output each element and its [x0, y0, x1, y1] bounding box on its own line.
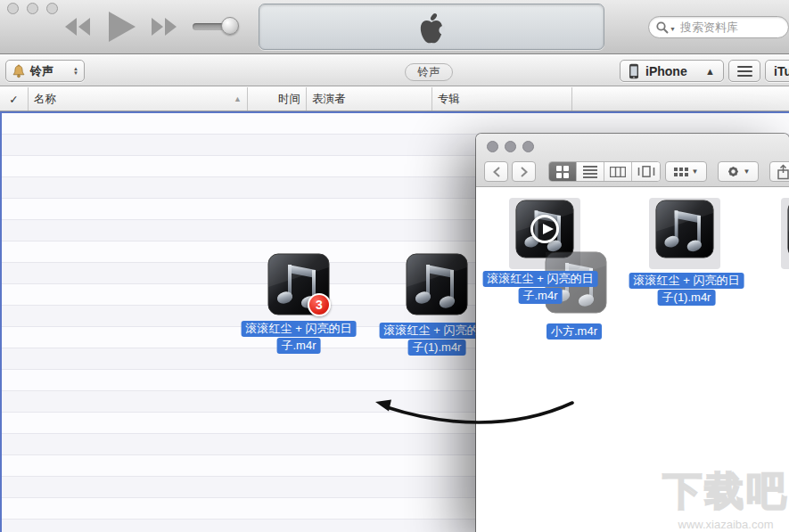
- search-dropdown-icon[interactable]: ▼: [670, 26, 676, 32]
- itunes-window: ▼ 铃声 ▲ ▼ 铃声 iPhone: [0, 0, 789, 532]
- music-note-icon: [655, 200, 714, 258]
- music-note-icon: [406, 253, 468, 315]
- count-badge: 3: [308, 293, 331, 316]
- search-field[interactable]: ▼: [648, 16, 789, 38]
- apple-logo-icon: [418, 12, 445, 45]
- column-view-button[interactable]: [604, 162, 632, 181]
- itunes-titlebar: ▼: [0, 0, 789, 54]
- minimize-button[interactable]: [505, 141, 516, 152]
- minimize-button[interactable]: [27, 3, 38, 14]
- itunes-store-button[interactable]: iTu: [765, 60, 789, 82]
- itunes-file-icon-2[interactable]: [406, 253, 468, 315]
- fast-forward-icon: [152, 18, 177, 36]
- sort-ascending-icon: ▲: [234, 94, 242, 103]
- eject-icon[interactable]: ▲: [705, 66, 715, 77]
- media-kind-dropdown[interactable]: 铃声 ▲ ▼: [5, 60, 85, 82]
- close-button[interactable]: [7, 3, 19, 14]
- coverflow-view-icon: [637, 166, 655, 177]
- drag-ghost-label: 小方.m4r: [547, 323, 602, 340]
- current-view-pill: 铃声: [405, 63, 453, 81]
- list-view-icon: [583, 166, 597, 178]
- share-button[interactable]: [769, 161, 789, 182]
- chevron-left-icon: [493, 167, 500, 177]
- stepper-icon: ▲ ▼: [73, 67, 78, 76]
- header-column-empty: [572, 87, 789, 110]
- quicklook-play-icon[interactable]: [530, 215, 559, 243]
- hamburger-icon: [737, 66, 752, 68]
- watermark-title: 下载吧: [659, 465, 789, 518]
- itunes-file-icon-1[interactable]: 3: [267, 253, 330, 315]
- rewind-icon: [65, 18, 90, 36]
- list-menu-button[interactable]: [728, 60, 760, 82]
- coverflow-view-button[interactable]: [632, 162, 660, 181]
- icon-view-button[interactable]: [549, 162, 577, 181]
- fast-forward-button[interactable]: [152, 18, 177, 36]
- chevron-down-icon: ▼: [692, 168, 699, 176]
- header-checkbox-column[interactable]: ✓: [0, 87, 29, 110]
- chevron-down-icon: ▼: [744, 168, 751, 176]
- gear-icon: [727, 165, 740, 178]
- device-button[interactable]: iPhone ▲: [620, 60, 724, 82]
- header-column-time[interactable]: 时间: [248, 87, 307, 110]
- watermark: 下载吧 www.xiazaiba.com: [659, 465, 789, 531]
- share-icon: [777, 164, 789, 180]
- back-button[interactable]: [484, 161, 508, 182]
- action-button[interactable]: ▼: [718, 161, 759, 182]
- check-icon: ✓: [9, 93, 18, 106]
- finder-file-label-1[interactable]: 滚滚红尘 + 闪亮的日 子.m4r: [483, 270, 598, 304]
- finder-window: ▼ ▼: [476, 134, 789, 532]
- play-button[interactable]: [109, 12, 136, 42]
- finder-file-icon-2[interactable]: [655, 200, 714, 258]
- itunes-file-label-1[interactable]: 滚滚红尘 + 闪亮的日 子.m4r: [242, 320, 357, 354]
- bell-icon: [12, 63, 26, 78]
- header-column-album[interactable]: 专辑: [432, 87, 572, 110]
- list-header: ✓ 名称 ▲ 时间 表演者 专辑: [0, 87, 789, 111]
- search-icon: [656, 21, 669, 34]
- current-view-label: 铃声: [418, 65, 440, 80]
- watermark-url: www.xiazaiba.com: [659, 518, 789, 531]
- column-view-icon: [610, 167, 626, 177]
- play-icon: [109, 12, 136, 42]
- chevron-right-icon: [521, 167, 528, 177]
- rewind-button[interactable]: [65, 18, 90, 36]
- finder-file-label-2[interactable]: 滚滚红尘 + 闪亮的日 子(1).m4r: [629, 272, 744, 306]
- view-mode-switcher: [548, 161, 661, 182]
- iphone-icon: [629, 63, 639, 79]
- forward-button[interactable]: [512, 161, 536, 182]
- zoom-button[interactable]: [46, 3, 58, 14]
- media-kind-label: 铃声: [30, 63, 53, 79]
- volume-knob[interactable]: [221, 17, 239, 35]
- arrange-icon: [674, 168, 688, 176]
- header-column-name[interactable]: 名称 ▲: [29, 87, 248, 110]
- close-button[interactable]: [487, 141, 498, 152]
- lcd-display: [259, 4, 604, 50]
- icon-view-icon: [556, 166, 569, 178]
- itunes-store-label: iTu: [774, 64, 789, 78]
- list-view-button[interactable]: [577, 162, 604, 181]
- device-label: iPhone: [645, 64, 687, 78]
- search-input[interactable]: [680, 20, 778, 34]
- itunes-toolbar: 铃声 ▲ ▼ 铃声 iPhone ▲ iTu: [0, 55, 789, 86]
- header-column-artist[interactable]: 表演者: [307, 87, 432, 110]
- zoom-button[interactable]: [522, 141, 534, 152]
- finder-toolbar: ▼ ▼: [476, 134, 789, 187]
- arrange-button[interactable]: ▼: [665, 161, 707, 182]
